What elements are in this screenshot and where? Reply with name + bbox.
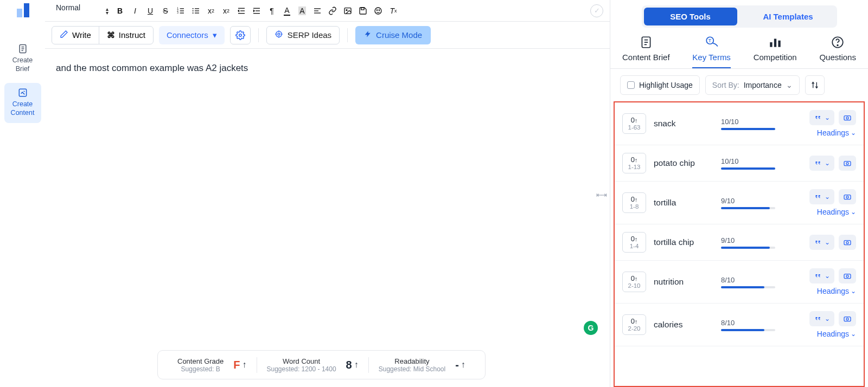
- tab-seo-tools[interactable]: SEO Tools: [644, 8, 737, 25]
- term-quote-button[interactable]: ⌄: [809, 189, 834, 204]
- bold-button[interactable]: B: [113, 3, 127, 18]
- underline-button[interactable]: U: [143, 3, 157, 18]
- resize-handle-icon[interactable]: ⇤⇥: [596, 191, 606, 199]
- subtab-competition[interactable]: Competition: [754, 35, 797, 68]
- term-preview-button[interactable]: [839, 189, 856, 204]
- italic-button[interactable]: I: [128, 3, 142, 18]
- highlight-usage-toggle[interactable]: Highlight Usage: [620, 75, 700, 95]
- emoji-button[interactable]: [371, 3, 385, 18]
- metric-value: F↑: [233, 359, 246, 371]
- clear-format-button[interactable]: Tx: [386, 3, 400, 18]
- editor-area[interactable]: and the most common example was A2 jacke…: [45, 49, 610, 387]
- instruct-button[interactable]: ⌘ Instruct: [99, 27, 153, 44]
- tab-ai-templates[interactable]: AI Templates: [742, 8, 835, 25]
- svg-point-61: [846, 318, 848, 320]
- connectors-label: Connectors: [167, 30, 208, 40]
- unordered-list-button[interactable]: [189, 3, 203, 18]
- filters-row: Highlight Usage Sort By: Importance ⌄: [610, 69, 868, 101]
- camera-icon: [843, 314, 852, 323]
- save-button-icon[interactable]: [356, 3, 370, 18]
- svg-text:3: 3: [177, 11, 178, 14]
- term-count-box[interactable]: 0↑ 2-20: [622, 314, 646, 335]
- svg-point-16: [193, 12, 194, 14]
- term-row: 0↑ 1-63 snack 10/10 ⌄ Headings⌄: [615, 102, 864, 145]
- term-preview-button[interactable]: [839, 235, 856, 250]
- ordered-list-button[interactable]: 123: [174, 3, 188, 18]
- term-quote-button[interactable]: ⌄: [809, 268, 834, 283]
- sort-direction-button[interactable]: [805, 75, 825, 95]
- term-count-box[interactable]: 0↑ 1-63: [622, 113, 646, 134]
- term-count-box[interactable]: 0↑ 1-8: [622, 192, 646, 213]
- document-icon: [639, 35, 653, 49]
- strikethrough-button[interactable]: S: [158, 3, 173, 18]
- term-count-box[interactable]: 0↑ 2-10: [622, 272, 646, 292]
- quote-icon: [814, 159, 821, 167]
- svg-point-59: [846, 275, 848, 278]
- svg-point-14: [193, 8, 194, 9]
- term-row: 0↑ 2-20 calories 8/10 ⌄ Headings⌄: [615, 304, 864, 346]
- svg-rect-58: [844, 274, 851, 279]
- metric-value: -↑: [455, 359, 465, 371]
- highlight-color-button[interactable]: A: [295, 3, 309, 18]
- seo-subtabs: Content Brief T Key Terms Competition Qu…: [610, 28, 868, 69]
- term-headings-link[interactable]: Headings⌄: [817, 128, 856, 137]
- subtab-questions[interactable]: Questions: [819, 35, 856, 68]
- term-quote-button[interactable]: ⌄: [809, 235, 834, 250]
- quote-icon: [814, 114, 821, 121]
- term-quote-button[interactable]: ⌄: [809, 311, 834, 326]
- chevron-down-icon: ⌄: [825, 238, 830, 246]
- nav-create-content[interactable]: Create Content: [4, 83, 41, 122]
- editor-content: and the most common example was A2 jacke…: [56, 63, 599, 74]
- outdent-button[interactable]: [234, 3, 248, 18]
- indent-button[interactable]: [250, 3, 264, 18]
- text-color-button[interactable]: A: [280, 3, 294, 18]
- target-icon: [275, 30, 283, 40]
- term-preview-button[interactable]: [839, 156, 856, 171]
- format-toolbar: Normal ▴▾ B I U S 123 x2 x2 ¶ A A: [45, 0, 610, 22]
- quote-icon: [814, 315, 821, 322]
- camera-icon: [843, 113, 852, 122]
- svg-point-27: [346, 9, 347, 10]
- checkbox-icon: [627, 81, 635, 89]
- term-headings-link[interactable]: Headings⌄: [817, 287, 856, 295]
- nav-create-brief[interactable]: Create Brief: [4, 39, 41, 79]
- svg-point-49: [837, 45, 838, 46]
- term-quote-button[interactable]: ⌄: [809, 110, 834, 125]
- pencil-icon: [60, 30, 68, 40]
- term-count-box[interactable]: 0↑ 1-13: [622, 153, 646, 173]
- align-button[interactable]: [310, 3, 324, 18]
- write-button[interactable]: Write: [52, 27, 99, 44]
- term-score: 8/10: [721, 319, 775, 331]
- subscript-button[interactable]: x2: [204, 3, 218, 18]
- term-headings-link[interactable]: Headings⌄: [817, 330, 856, 338]
- connectors-button[interactable]: Connectors ▾: [159, 26, 225, 44]
- image-button[interactable]: [341, 3, 355, 18]
- term-count-box[interactable]: 0↑ 1-4: [622, 232, 646, 253]
- grammarly-badge-icon[interactable]: G: [584, 321, 598, 335]
- left-rail: Create Brief Create Content: [0, 0, 45, 387]
- serp-ideas-button[interactable]: SERP Ideas: [266, 26, 340, 44]
- settings-button[interactable]: [230, 26, 251, 44]
- link-button[interactable]: [326, 3, 340, 18]
- chevron-down-icon: ⌄: [825, 159, 830, 167]
- term-name: potato chip: [654, 158, 713, 168]
- term-headings-link[interactable]: Headings⌄: [817, 208, 856, 216]
- term-preview-button[interactable]: [839, 311, 856, 326]
- chevron-down-icon: ⌄: [851, 287, 856, 295]
- superscript-button[interactable]: x2: [219, 3, 233, 18]
- svg-rect-52: [844, 162, 851, 166]
- term-preview-button[interactable]: [839, 110, 856, 125]
- term-quote-button[interactable]: ⌄: [809, 156, 834, 171]
- paragraph-style-select[interactable]: Normal ▴▾: [52, 3, 112, 18]
- term-preview-button[interactable]: [839, 268, 856, 283]
- svg-text:T: T: [708, 37, 711, 43]
- gear-icon: [235, 30, 245, 40]
- chevron-down-icon: ⌄: [851, 330, 856, 338]
- subtab-key-terms[interactable]: T Key Terms: [692, 35, 731, 68]
- sort-by-select[interactable]: Sort By: Importance ⌄: [705, 75, 800, 95]
- updown-icon: ▴▾: [106, 7, 112, 15]
- text-direction-button[interactable]: ¶: [265, 3, 279, 18]
- subtab-content-brief[interactable]: Content Brief: [622, 35, 670, 68]
- cruise-mode-button[interactable]: Cruise Mode: [355, 26, 431, 44]
- check-status-icon[interactable]: ✓: [590, 4, 603, 17]
